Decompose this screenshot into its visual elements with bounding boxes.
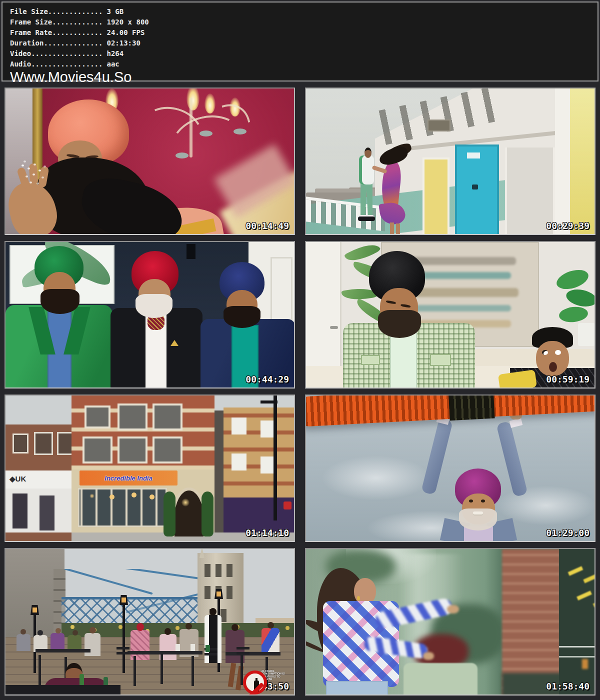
hand-blur <box>423 652 434 660</box>
info-label: Video <box>10 50 31 58</box>
shop-door <box>12 494 28 528</box>
monstera-leaf <box>564 287 596 309</box>
door-handle <box>330 326 338 329</box>
patron-head <box>90 627 96 634</box>
screenshot-5: ◆UK Incredible India 01:14:10 <box>4 394 295 542</box>
chandelier-cup <box>234 128 246 134</box>
table-legs <box>160 654 163 684</box>
yellow-door <box>422 158 450 235</box>
patron-head <box>232 624 238 631</box>
info-row-duration: Duration..............02:13:30 <box>10 38 598 48</box>
dot-leader: ............ <box>52 18 102 26</box>
info-value: 02:13:30 <box>102 39 140 47</box>
monstera-leaf <box>558 306 589 324</box>
blazer-pocket <box>361 355 380 365</box>
finger <box>29 163 38 184</box>
door-sign <box>467 152 480 158</box>
cafe-patrons <box>16 634 30 651</box>
pillar <box>555 88 570 235</box>
eyes <box>469 500 473 502</box>
patron-head <box>164 628 171 635</box>
vent-grille <box>428 120 450 132</box>
timestamp: 00:44:29 <box>246 374 289 384</box>
red-turban-head <box>136 623 144 631</box>
dot-leader: ................. <box>31 50 102 58</box>
screenshot-2: 00:29:39 <box>305 88 596 235</box>
yellow-wall <box>570 88 596 235</box>
shirt-cuff <box>510 418 523 428</box>
info-value: aac <box>102 60 119 68</box>
cups <box>176 644 180 651</box>
beard <box>40 289 80 314</box>
upper-windows <box>84 406 110 428</box>
incredible-india-sign: Incredible India <box>80 470 178 486</box>
ceiling-lights <box>90 494 94 498</box>
media-info-panel: File Size.............3 GB Frame Size...… <box>2 2 598 82</box>
info-value: 1920 x 800 <box>102 18 148 26</box>
white-beard <box>136 294 172 318</box>
beard <box>224 306 260 328</box>
pipe-black-band <box>448 394 494 420</box>
man-head <box>364 148 372 158</box>
cafe-table <box>36 649 90 652</box>
site-watermark: Www.Movies4u.So <box>10 70 598 85</box>
lantern-glow <box>32 608 37 612</box>
info-value: 24.00 FPS <box>102 28 144 36</box>
monstera-leaf <box>554 266 590 293</box>
chairs <box>116 647 130 650</box>
info-row-audio: Audio.................aac <box>10 59 598 70</box>
screenshot-3: 00:44:29 <box>4 241 295 388</box>
door-lock <box>472 184 478 190</box>
open-mouth <box>549 362 557 372</box>
lantern-glow <box>216 592 221 596</box>
wall-speaker <box>186 244 196 259</box>
patron-heads <box>20 629 26 634</box>
powder-particles <box>22 164 24 166</box>
chandelier-stem <box>190 98 192 158</box>
cafe-table <box>128 651 202 654</box>
info-label: Frame Size <box>10 18 52 26</box>
man-tracksuit <box>359 156 374 184</box>
floral-dress-patron <box>226 630 244 663</box>
white-pot <box>578 323 595 346</box>
foreground-table <box>6 685 120 696</box>
patron-head <box>268 622 274 628</box>
info-row-frame-size: Frame Size............1920 x 800 <box>10 17 598 28</box>
patron <box>84 633 100 656</box>
blue-jeans <box>326 681 388 696</box>
red-turban-patron <box>130 630 150 660</box>
screenshot-7: ALCOHOL CONSUMPTION IS INJURIOUS TO HEAL… <box>4 548 295 696</box>
info-row-file-size: File Size.............3 GB <box>10 6 598 17</box>
shop-logo <box>284 502 292 510</box>
uk-shop-sign: ◆UK <box>10 474 26 484</box>
timestamp: 00:14:49 <box>246 220 289 231</box>
timestamp: 01:29:00 <box>546 528 590 538</box>
doorway-chandelier <box>182 498 190 506</box>
mint-shirt <box>390 330 417 388</box>
chandelier-cup <box>200 130 212 136</box>
handrail <box>559 646 596 648</box>
standing-waiter <box>204 615 222 663</box>
info-label: Audio <box>10 60 31 68</box>
info-label: Frame Rate <box>10 28 52 36</box>
lamppost <box>274 396 277 520</box>
cloud <box>321 456 431 500</box>
bottle-neck <box>256 678 258 682</box>
right-arm <box>496 421 528 497</box>
candle-flame <box>186 88 200 110</box>
wide-eyes <box>542 350 548 355</box>
screenshot-grid: 00:14:49 00:29:39 <box>4 88 596 696</box>
woman-legs <box>390 222 394 235</box>
lantern-glow <box>122 598 126 602</box>
lamppost-arm <box>260 400 278 404</box>
dot-leader: ............. <box>48 8 103 16</box>
info-row-video: Video.................h264 <box>10 48 598 59</box>
right-windows <box>232 418 246 434</box>
passenger-blur <box>582 659 588 669</box>
dot-leader: ................. <box>31 60 102 68</box>
info-row-frame-rate: Frame Rate............24.00 FPS <box>10 28 598 38</box>
timestamp: 01:58:40 <box>546 681 590 692</box>
dot-leader: .............. <box>44 39 102 47</box>
spiral-topiary <box>202 492 214 536</box>
green-planter <box>404 663 478 696</box>
